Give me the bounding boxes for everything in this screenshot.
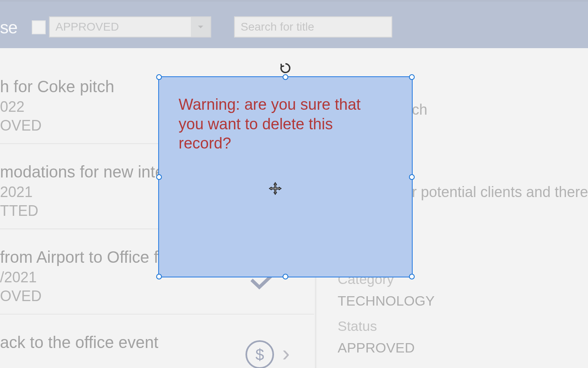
- status-value: APPROVED: [338, 337, 435, 359]
- resize-handle[interactable]: [409, 174, 415, 180]
- list-divider: [0, 314, 314, 315]
- resize-handle[interactable]: [156, 74, 162, 80]
- filter-checkbox[interactable]: [32, 20, 46, 34]
- warning-text: Warning: are you sure that you want to d…: [179, 95, 384, 153]
- resize-handle[interactable]: [409, 274, 415, 279]
- search-placeholder: Search for title: [241, 20, 314, 33]
- detail-text-fragment: ch: [412, 101, 427, 118]
- chevron-right-icon[interactable]: ›: [282, 340, 290, 366]
- category-value: TECHNOLOGY: [338, 290, 435, 312]
- warning-dialog[interactable]: Warning: are you sure that you want to d…: [158, 76, 413, 277]
- resize-handle[interactable]: [283, 274, 288, 279]
- search-input[interactable]: Search for title: [234, 16, 392, 38]
- detail-panel: Category TECHNOLOGY Status APPROVED: [338, 268, 435, 363]
- status-filter-value: APPROVED: [55, 20, 119, 33]
- vertical-splitter[interactable]: [315, 268, 316, 368]
- resize-handle[interactable]: [156, 174, 162, 180]
- move-icon: [268, 182, 282, 197]
- resize-handle[interactable]: [156, 274, 162, 279]
- chevron-down-icon: [191, 17, 210, 37]
- resize-handle[interactable]: [283, 74, 288, 80]
- detail-text-fragment: r potential clients and there were 6 of …: [412, 184, 588, 201]
- dollar-icon[interactable]: $: [245, 340, 274, 368]
- resize-handle[interactable]: [409, 74, 415, 80]
- status-label: Status: [338, 315, 435, 337]
- status-filter-dropdown[interactable]: APPROVED: [49, 16, 211, 38]
- top-toolbar: se APPROVED Search for title: [0, 0, 588, 48]
- page-title-fragment: se: [0, 18, 17, 38]
- action-row: $ ›: [245, 340, 290, 368]
